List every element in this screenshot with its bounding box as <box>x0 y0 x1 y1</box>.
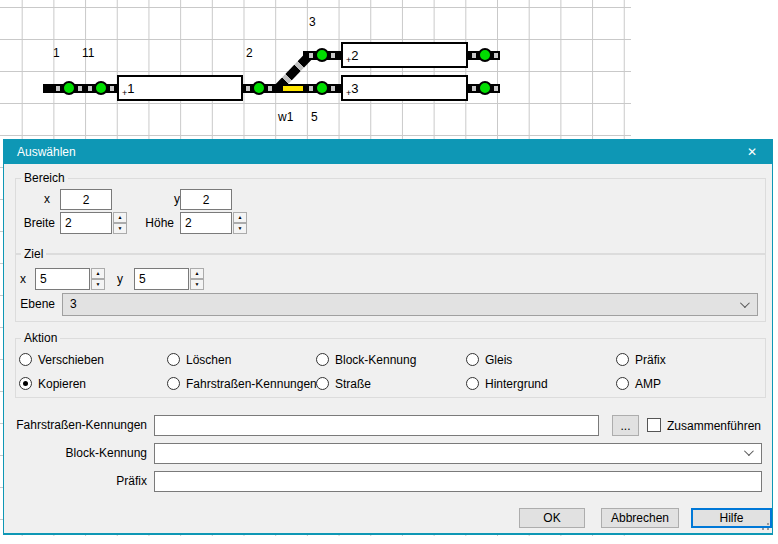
rail-mark <box>472 86 476 91</box>
bereich-x-label: x <box>16 192 50 206</box>
resize-grip[interactable] <box>760 521 769 530</box>
radio-label: Verschieben <box>38 353 104 367</box>
zusammenfuehren-label: Zusammenführen <box>667 419 761 433</box>
group-bereich: Bereich x y Breite ▲ ▼ Höhe ▲ ▼ <box>15 178 766 254</box>
spin-up-button[interactable]: ▲ <box>91 268 105 279</box>
signal-green-icon[interactable] <box>315 81 329 95</box>
radio-icon <box>616 377 629 390</box>
ziel-x-label: x <box>20 272 26 286</box>
radio-label: Fahrstraßen-Kennungen <box>186 377 317 391</box>
signal-green-icon[interactable] <box>252 81 266 95</box>
block-rect[interactable]: +2 <box>341 42 468 68</box>
radio-label: Präfix <box>635 353 666 367</box>
turnout-yellow-indicator[interactable] <box>283 86 303 91</box>
radio-icon <box>466 353 479 366</box>
rail-mark <box>246 86 250 91</box>
stepper-buttons: ▲ ▼ <box>113 212 127 234</box>
block-rect[interactable]: +3 <box>341 75 468 101</box>
chevron-down-icon <box>740 298 750 308</box>
stepper-buttons: ▲ ▼ <box>190 268 204 290</box>
rail-mark <box>268 86 272 91</box>
rail-mark <box>309 53 313 58</box>
ziel-y-input[interactable] <box>134 268 189 290</box>
radio-icon <box>466 377 479 390</box>
signal-green-icon[interactable] <box>62 81 76 95</box>
group-aktion-legend: Aktion <box>21 331 60 345</box>
chevron-down-icon <box>744 446 754 456</box>
hoehe-stepper: ▲ ▼ <box>180 212 247 234</box>
radio-label: AMP <box>635 377 661 391</box>
rail-mark <box>331 86 335 91</box>
praefix-label: Präfix <box>4 474 147 488</box>
breite-input[interactable] <box>60 212 112 234</box>
block-label: +1 <box>122 81 135 98</box>
radio-label: Straße <box>335 377 371 391</box>
group-aktion: Aktion Verschieben Kopieren Löschen Fahr… <box>15 338 766 398</box>
dialog-title: Auswählen <box>17 140 76 164</box>
bereich-y-field[interactable] <box>180 189 232 210</box>
ebene-label: Ebene <box>16 297 55 311</box>
group-ziel: Ziel x ▲ ▼ y ▲ ▼ Ebene 3 <box>15 254 766 322</box>
spin-down-button[interactable]: ▼ <box>91 279 105 290</box>
rail-mark <box>56 86 60 91</box>
spin-down-button[interactable]: ▼ <box>233 223 247 234</box>
radio-label: Löschen <box>186 353 231 367</box>
ebene-value: 3 <box>70 297 77 311</box>
radio-label: Block-Kennung <box>335 353 416 367</box>
ziel-y-label: y <box>117 272 123 286</box>
signal-green-icon[interactable] <box>478 81 492 95</box>
group-bereich-legend: Bereich <box>21 171 68 185</box>
fahrstrassen-input[interactable] <box>154 415 599 436</box>
zusammenfuehren-checkbox[interactable] <box>647 418 661 432</box>
track-label: 1 <box>53 46 60 60</box>
close-button[interactable]: ✕ <box>732 140 772 164</box>
stepper-buttons: ▲ ▼ <box>91 268 105 290</box>
rail-mark <box>110 86 114 91</box>
track-label: 11 <box>82 46 94 60</box>
ebene-select[interactable]: 3 <box>62 293 758 316</box>
radio-icon <box>616 353 629 366</box>
radio-label: Kopieren <box>38 377 86 391</box>
bereich-x-field[interactable] <box>60 189 112 210</box>
browse-button[interactable]: ... <box>612 415 639 436</box>
ok-button[interactable]: OK <box>519 508 585 528</box>
track-label: 5 <box>311 110 318 124</box>
rail-mark <box>472 53 476 58</box>
signal-green-icon[interactable] <box>94 81 108 95</box>
rail-mark <box>494 86 498 91</box>
radio-label: Gleis <box>485 353 512 367</box>
block-label: +3 <box>346 81 359 98</box>
app-window: +1 +2 +3 1 11 2 3 w1 5 Auswählen ✕ Berei… <box>0 0 778 544</box>
spin-up-button[interactable]: ▲ <box>113 212 127 223</box>
radio-label: Hintergrund <box>485 377 548 391</box>
signal-green-icon[interactable] <box>478 48 492 62</box>
breite-stepper: ▲ ▼ <box>60 212 127 234</box>
spin-down-button[interactable]: ▼ <box>190 279 204 290</box>
hoehe-input[interactable] <box>180 212 232 234</box>
block-rect[interactable]: +1 <box>117 75 243 101</box>
group-ziel-legend: Ziel <box>21 247 46 261</box>
radio-icon <box>19 353 32 366</box>
ziel-x-input[interactable] <box>35 268 90 290</box>
rail-mark <box>494 53 498 58</box>
spin-down-button[interactable]: ▼ <box>113 223 127 234</box>
praefix-input[interactable] <box>154 471 762 492</box>
cancel-button[interactable]: Abbrechen <box>601 508 679 528</box>
spin-up-button[interactable]: ▲ <box>233 212 247 223</box>
hoehe-label: Höhe <box>136 216 174 230</box>
track-label: 3 <box>309 15 316 29</box>
signal-green-icon[interactable] <box>315 48 329 62</box>
stepper-buttons: ▲ ▼ <box>233 212 247 234</box>
block-kennung-select[interactable] <box>154 443 762 464</box>
radio-icon <box>19 377 32 390</box>
spin-up-button[interactable]: ▲ <box>190 268 204 279</box>
dialog-window: Auswählen ✕ Bereich x y Breite ▲ ▼ Höhe <box>3 139 773 535</box>
ziel-x-stepper: ▲ ▼ <box>35 268 105 290</box>
fahrstrassen-label: Fahrstraßen-Kennungen <box>4 418 147 432</box>
rail-mark <box>309 86 313 91</box>
dialog-titlebar[interactable]: Auswählen ✕ <box>4 140 772 164</box>
radio-icon <box>316 353 329 366</box>
block-kennung-label: Block-Kennung <box>4 446 147 460</box>
breite-label: Breite <box>16 216 55 230</box>
radio-icon <box>167 377 180 390</box>
